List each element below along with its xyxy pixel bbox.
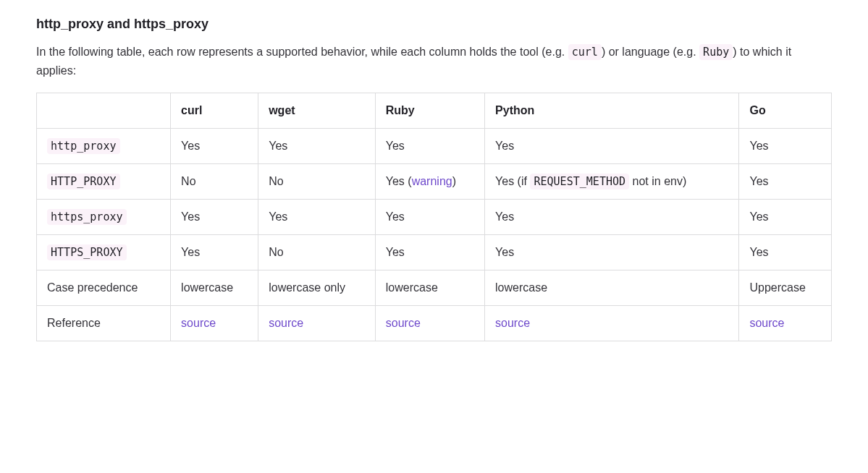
proxy-support-table: curl wget Ruby Python Go http_proxy Yes …	[36, 93, 832, 341]
cell: Yes (if REQUEST_METHOD not in env)	[485, 164, 739, 200]
env-var-code: https_proxy	[47, 209, 127, 225]
row-label: http_proxy	[37, 129, 171, 164]
col-wget: wget	[258, 93, 376, 129]
cell: lowercase	[485, 270, 739, 306]
source-link-go[interactable]: source	[749, 317, 784, 329]
cell: Uppercase	[739, 270, 832, 306]
inline-code-curl: curl	[568, 44, 602, 60]
cell: source	[258, 306, 376, 341]
intro-text-b: ) or language (e.g.	[602, 46, 699, 58]
source-link-curl[interactable]: source	[181, 317, 216, 329]
col-python: Python	[485, 93, 739, 129]
row-label: HTTP_PROXY	[37, 164, 171, 200]
table-row: https_proxy Yes Yes Yes Yes Yes	[37, 200, 832, 235]
source-link-python[interactable]: source	[495, 317, 530, 329]
cell: source	[485, 306, 739, 341]
env-var-code: http_proxy	[47, 138, 120, 154]
table-row: HTTP_PROXY No No Yes (warning) Yes (if R…	[37, 164, 832, 200]
row-label: Case precedence	[37, 270, 171, 306]
cell: Yes	[258, 200, 376, 235]
cell: Yes	[375, 235, 484, 270]
intro-paragraph: In the following table, each row represe…	[36, 43, 832, 80]
inline-code-ruby: Ruby	[699, 44, 733, 60]
cell: Yes	[258, 129, 376, 164]
warning-link[interactable]: warning	[412, 175, 452, 187]
cell: Yes	[171, 235, 258, 270]
cell: Yes	[171, 129, 258, 164]
cell: Yes	[739, 129, 832, 164]
env-var-code: HTTPS_PROXY	[47, 244, 127, 260]
cell-text: not in env)	[629, 175, 686, 187]
col-curl: curl	[171, 93, 258, 129]
cell: No	[171, 164, 258, 200]
table-header-row: curl wget Ruby Python Go	[37, 93, 832, 129]
cell: Yes	[485, 129, 739, 164]
table-row: Reference source source source source so…	[37, 306, 832, 341]
section-heading: http_proxy and https_proxy	[36, 14, 832, 34]
table-row: http_proxy Yes Yes Yes Yes Yes	[37, 129, 832, 164]
cell: lowercase	[171, 270, 258, 306]
cell: Yes	[739, 200, 832, 235]
intro-text-a: In the following table, each row represe…	[36, 46, 568, 58]
cell-text: Yes (if	[495, 175, 530, 187]
cell: source	[171, 306, 258, 341]
cell: Yes	[171, 200, 258, 235]
cell: No	[258, 235, 376, 270]
row-label: Reference	[37, 306, 171, 341]
cell: No	[258, 164, 376, 200]
cell: source	[375, 306, 484, 341]
table-row: HTTPS_PROXY Yes No Yes Yes Yes	[37, 235, 832, 270]
cell: Yes	[485, 235, 739, 270]
col-ruby: Ruby	[375, 93, 484, 129]
cell: Yes	[375, 200, 484, 235]
table-row: Case precedence lowercase lowercase only…	[37, 270, 832, 306]
cell: Yes	[739, 164, 832, 200]
env-var-code: REQUEST_METHOD	[530, 174, 629, 189]
env-var-code: HTTP_PROXY	[47, 174, 120, 189]
source-link-ruby[interactable]: source	[386, 317, 421, 329]
cell: lowercase only	[258, 270, 376, 306]
cell: Yes	[739, 235, 832, 270]
cell-text: )	[452, 175, 456, 187]
cell: Yes (warning)	[375, 164, 484, 200]
row-label: https_proxy	[37, 200, 171, 235]
cell: Yes	[485, 200, 739, 235]
cell: source	[739, 306, 832, 341]
cell-text: Yes (	[386, 175, 412, 187]
col-go: Go	[739, 93, 832, 129]
col-empty	[37, 93, 171, 129]
cell: Yes	[375, 129, 484, 164]
cell: lowercase	[375, 270, 484, 306]
source-link-wget[interactable]: source	[269, 317, 303, 329]
row-label: HTTPS_PROXY	[37, 235, 171, 270]
